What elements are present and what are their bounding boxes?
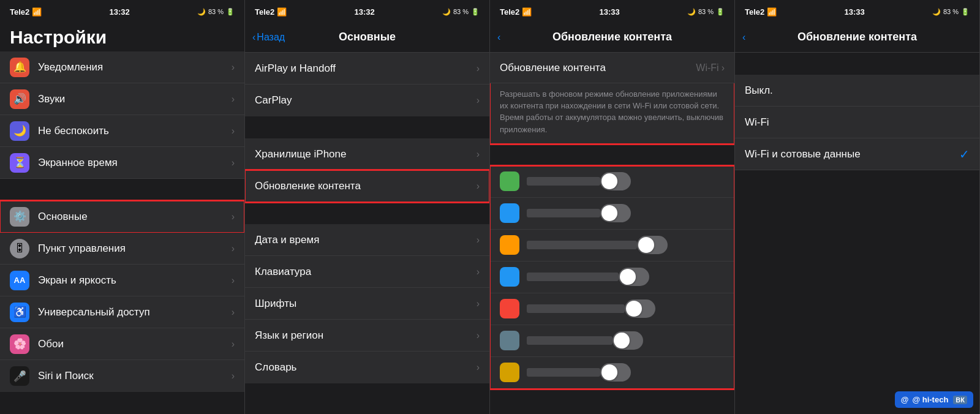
notifications-icon: 🔔 xyxy=(10,58,29,77)
settings-item-language[interactable]: Язык и регион › xyxy=(245,320,489,352)
chevron-icon: › xyxy=(232,126,235,137)
settings-item-bgrefresh[interactable]: Обновление контента › xyxy=(245,170,489,202)
datetime-label: Дата и время xyxy=(255,234,477,246)
app-icon-1 xyxy=(500,171,519,191)
settings-item-siri[interactable]: 🎤 Siri и Поиск › xyxy=(0,360,244,392)
battery-1: 🌙 83 % 🔋 xyxy=(197,8,235,16)
description-text: Разрешать в фоновом режиме обновление пр… xyxy=(500,89,723,134)
app-list-item-2 xyxy=(490,198,734,230)
settings-item-storage[interactable]: Хранилище iPhone › xyxy=(245,138,489,170)
chevron-icon: › xyxy=(232,275,235,286)
content-update-description: Разрешать в фоновом режиме обновление пр… xyxy=(490,83,734,144)
back-chevron-icon: ‹ xyxy=(252,32,255,43)
chevron-icon: › xyxy=(477,330,480,341)
carplay-label: CarPlay xyxy=(255,94,477,107)
accessibility-label: Универсальный доступ xyxy=(38,306,232,318)
app-icon-7 xyxy=(500,363,519,382)
accessibility-icon: ♿ xyxy=(10,303,29,322)
app-list-item-6 xyxy=(490,325,734,357)
chevron-icon: › xyxy=(232,339,235,350)
app-list-item-4 xyxy=(490,262,734,293)
content-update-header: Обновление контента Wi-Fi › Разрешать в … xyxy=(490,53,734,144)
general-label: Основные xyxy=(38,211,232,223)
screentime-label: Экранное время xyxy=(38,157,232,169)
storage-label: Хранилище iPhone xyxy=(255,148,477,160)
chevron-icon: › xyxy=(232,243,235,254)
option-off[interactable]: Выкл. xyxy=(735,75,979,107)
panel-2-general: Tele2 📶 13:32 🌙 83 % 🔋 ‹ Назад Основные … xyxy=(245,0,490,414)
nav-bar-4: ‹ Обновление контента xyxy=(735,22,979,53)
app-list-item-7 xyxy=(490,357,734,389)
chevron-icon: › xyxy=(232,157,235,168)
status-bar-2: Tele2 📶 13:32 🌙 83 % 🔋 xyxy=(245,0,489,22)
carrier-1: Tele2 📶 xyxy=(10,7,42,17)
dictionary-label: Словарь xyxy=(255,361,477,374)
settings-item-general[interactable]: ⚙️ Основные › xyxy=(0,201,244,233)
chevron-icon: › xyxy=(477,95,480,106)
content-update-main-row[interactable]: Обновление контента Wi-Fi › xyxy=(490,53,734,83)
toggle-2[interactable] xyxy=(600,204,631,222)
at-icon: @ xyxy=(901,395,909,404)
chevron-icon: › xyxy=(477,235,480,246)
toggle-7[interactable] xyxy=(600,363,631,382)
time-2: 13:32 xyxy=(354,7,374,17)
app-name-blur-6 xyxy=(527,336,612,345)
settings-item-controlcenter[interactable]: 🎛 Пункт управления › xyxy=(0,233,244,265)
option-wificell-label: Wi-Fi и сотовые данные xyxy=(745,148,861,160)
sounds-label: Звуки xyxy=(38,93,232,105)
settings-item-screentime[interactable]: ⏳ Экранное время › xyxy=(0,147,244,179)
settings-item-carplay[interactable]: CarPlay › xyxy=(245,85,489,116)
controlcenter-icon: 🎛 xyxy=(10,239,29,258)
settings-item-notifications[interactable]: 🔔 Уведомления › xyxy=(0,51,244,83)
toggle-6[interactable] xyxy=(612,331,643,350)
settings-item-display[interactable]: AA Экран и яркость › xyxy=(0,265,244,296)
siri-icon: 🎤 xyxy=(10,366,29,386)
chevron-icon: › xyxy=(477,149,480,160)
settings-item-donotdisturb[interactable]: 🌙 Не беспокоить › xyxy=(0,115,244,147)
vk-icon: ВК xyxy=(953,396,967,404)
chevron-icon: › xyxy=(232,307,235,318)
settings-item-wallpaper[interactable]: 🌸 Обои › xyxy=(0,328,244,360)
content-update-main-label: Обновление контента xyxy=(500,62,696,74)
back-button-4[interactable]: ‹ xyxy=(742,32,745,43)
notifications-label: Уведомления xyxy=(38,61,232,73)
panel-1-settings: Tele2 📶 13:32 🌙 83 % 🔋 Настройки 🔔 Уведо… xyxy=(0,0,245,414)
general-icon: ⚙️ xyxy=(10,207,29,227)
app-icon-5 xyxy=(500,299,519,318)
app-name-blur-3 xyxy=(527,241,637,249)
back-button-2[interactable]: ‹ Назад xyxy=(252,32,285,43)
option-wifi[interactable]: Wi-Fi xyxy=(735,107,979,138)
settings-item-fonts[interactable]: Шрифты › xyxy=(245,288,489,320)
donotdisturb-label: Не беспокоить xyxy=(38,125,232,137)
toggle-4[interactable] xyxy=(619,268,649,286)
settings-item-dictionary[interactable]: Словарь › xyxy=(245,352,489,383)
toggle-1[interactable] xyxy=(600,172,631,190)
battery-4: 🌙 83 % 🔋 xyxy=(932,8,970,16)
language-label: Язык и регион xyxy=(255,329,477,342)
settings-item-datetime[interactable]: Дата и время › xyxy=(245,224,489,256)
nav-title-2: Основные xyxy=(339,31,396,43)
option-wificell[interactable]: Wi-Fi и сотовые данные ✓ xyxy=(735,138,979,170)
app-icon-4 xyxy=(500,267,519,287)
wallpaper-icon: 🌸 xyxy=(10,334,29,354)
settings-list-3: Обновление контента Wi-Fi › Разрешать в … xyxy=(490,53,734,414)
app-name-blur-7 xyxy=(527,368,600,377)
checkmark-icon: ✓ xyxy=(959,147,970,162)
app-icon-3 xyxy=(500,235,519,255)
toggle-5[interactable] xyxy=(625,299,655,318)
back-button-3[interactable]: ‹ xyxy=(497,32,500,43)
airplay-label: AirPlay и Handoff xyxy=(255,62,477,75)
toggle-3[interactable] xyxy=(637,236,668,254)
chevron-icon: › xyxy=(477,266,480,277)
app-name-blur-5 xyxy=(527,304,625,313)
settings-item-accessibility[interactable]: ♿ Универсальный доступ › xyxy=(0,296,244,328)
status-bar-1: Tele2 📶 13:32 🌙 83 % 🔋 xyxy=(0,0,244,22)
settings-item-airplay[interactable]: AirPlay и Handoff › xyxy=(245,53,489,85)
siri-label: Siri и Поиск xyxy=(38,370,232,382)
spacer xyxy=(0,179,244,201)
settings-item-sounds[interactable]: 🔊 Звуки › xyxy=(0,83,244,115)
settings-item-keyboard[interactable]: Клавиатура › xyxy=(245,256,489,288)
fonts-label: Шрифты xyxy=(255,298,477,310)
settings-list-4: Выкл. Wi-Fi Wi-Fi и сотовые данные ✓ xyxy=(735,53,979,414)
option-wifi-label: Wi-Fi xyxy=(745,116,769,129)
